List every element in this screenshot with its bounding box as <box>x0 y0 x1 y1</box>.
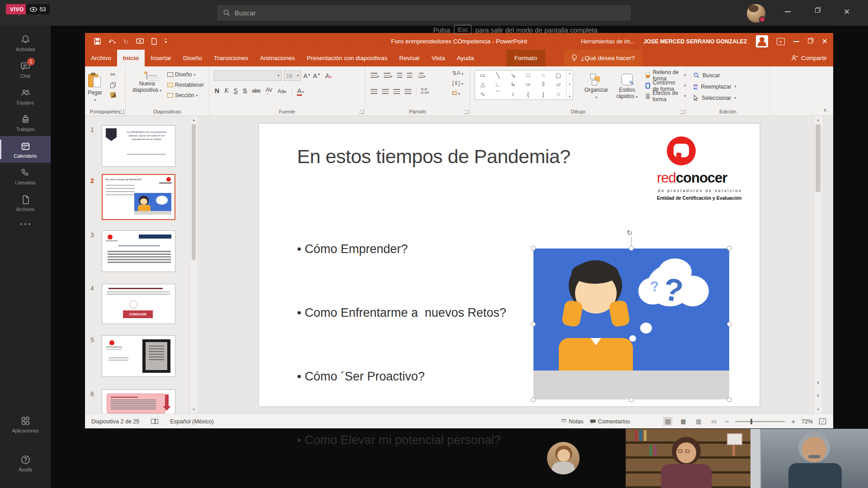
sidebar-item-aplicaciones[interactable]: Aplicaciones <box>0 411 51 437</box>
shape-right-arrow-icon[interactable]: ⇨ <box>526 81 531 88</box>
comments-button[interactable]: Comentarios <box>590 418 630 425</box>
shape-rounded-rectangle-icon[interactable]: ▢ <box>556 72 561 79</box>
slide-thumbnail-6[interactable] <box>102 389 175 413</box>
new-slide-button[interactable]: ✦ Nueva diapositiva ▾ <box>129 69 165 94</box>
shrink-font-icon[interactable]: A▼ <box>313 72 320 80</box>
new-file-icon[interactable] <box>151 38 157 45</box>
font-size-combo[interactable]: 18▾ <box>284 70 301 81</box>
section-button[interactable]: Sección▾ <box>167 92 204 99</box>
format-painter-icon[interactable] <box>110 92 116 98</box>
participant-video-tile-2[interactable] <box>750 429 868 488</box>
redo-icon[interactable]: ↻ <box>123 38 129 45</box>
scroll-down-icon[interactable]: ▼ <box>190 408 197 412</box>
copy-icon[interactable] <box>110 82 116 88</box>
drawing-dialog-launcher-icon[interactable]: ↘ <box>680 109 684 114</box>
thumbnail-scrollbar[interactable]: ▲ ▼ <box>190 116 197 413</box>
notes-button[interactable]: Notas <box>561 418 584 425</box>
align-right-icon[interactable] <box>393 89 400 94</box>
sidebar-item-calendario[interactable]: Calendario <box>0 136 51 163</box>
paste-button[interactable]: Pegar▾ <box>88 69 102 103</box>
shape-effects-button[interactable]: Efectos de forma▾ <box>646 91 686 101</box>
slide-bullet-list[interactable]: Cómo Emprender? Como Enfrentarme a nuevo… <box>297 196 506 488</box>
reset-button[interactable]: Restablecer <box>167 82 204 88</box>
save-icon[interactable] <box>94 38 101 45</box>
shape-right-brace-icon[interactable]: } <box>542 91 544 98</box>
scrollbar-thumb[interactable] <box>816 124 821 192</box>
resize-handle-s[interactable] <box>629 397 634 402</box>
tab-transiciones[interactable]: Transiciones <box>208 50 254 66</box>
teams-close-button[interactable]: ✕ <box>840 7 854 17</box>
shape-left-brace-icon[interactable]: { <box>527 91 529 98</box>
resize-handle-w[interactable] <box>531 322 536 327</box>
resize-handle-sw[interactable] <box>531 397 536 402</box>
picture-tools-label[interactable]: Herramientas de im... <box>581 38 635 45</box>
tell-me-box[interactable]: ¿Qué desea hacer? <box>564 50 642 66</box>
zoom-slider-thumb[interactable] <box>750 419 752 424</box>
layout-button[interactable]: Diseño▾ <box>167 71 204 78</box>
text-shadow-button[interactable]: S <box>243 87 247 94</box>
align-center-icon[interactable] <box>382 89 389 94</box>
tab-animaciones[interactable]: Animaciones <box>254 50 301 66</box>
proofing-icon[interactable] <box>151 419 158 424</box>
shape-elbow-arrow-icon[interactable]: ↳ <box>510 81 515 88</box>
reading-view-button[interactable]: ▥ <box>694 417 703 426</box>
shape-elbow-icon[interactable]: ∟ <box>495 81 501 88</box>
shape-outline-button[interactable]: Contorno de forma▾ <box>646 81 686 90</box>
tab-ayuda[interactable]: Ayuda <box>451 50 480 66</box>
sidebar-item-ayuda[interactable]: Ayuda <box>0 450 51 476</box>
previous-slide-button[interactable]: ⇞ <box>814 380 822 385</box>
participant-bubble[interactable] <box>547 442 580 474</box>
italic-button[interactable]: K <box>224 87 228 94</box>
fit-to-window-button[interactable]: ⤢ <box>819 418 826 424</box>
next-slide-button[interactable]: ⇟ <box>814 393 822 398</box>
more-icon[interactable] <box>0 216 51 232</box>
teams-restore-button[interactable] <box>811 6 825 14</box>
shape-star-icon[interactable]: ☆ <box>556 91 561 98</box>
participant-video-tile-1[interactable] <box>626 429 750 488</box>
qat-customize-icon[interactable]: ▾ <box>165 39 167 44</box>
increase-indent-icon[interactable] <box>407 71 412 80</box>
account-icon[interactable] <box>756 35 768 47</box>
resize-handle-se[interactable] <box>727 397 732 402</box>
grow-font-icon[interactable]: A▲ <box>303 72 311 80</box>
ppt-close-button[interactable]: ✕ <box>822 37 828 46</box>
font-dialog-launcher-icon[interactable]: ↘ <box>359 109 363 114</box>
share-button[interactable]: Compartir <box>791 50 827 66</box>
shape-arrow-icon[interactable]: ↘ <box>510 72 515 79</box>
select-button[interactable]: Seleccionar▾ <box>693 92 736 103</box>
arrange-button[interactable]: Organizar▾ <box>581 70 611 101</box>
paragraph-dialog-launcher-icon[interactable]: ↘ <box>464 109 468 114</box>
shape-fill-button[interactable]: Relleno de forma▾ <box>646 70 686 80</box>
scroll-up-icon[interactable]: ▲ <box>814 118 822 122</box>
zoom-level[interactable]: 72% <box>802 418 813 425</box>
shape-line-icon[interactable]: ╲ <box>496 72 500 79</box>
tab-diseno[interactable]: Diseño <box>177 50 208 66</box>
resize-handle-nw[interactable] <box>531 246 536 251</box>
editor-scrollbar[interactable]: ▲ ⇞ ⇟ ▼ <box>814 116 822 413</box>
sidebar-item-trabajos[interactable]: Trabajos <box>0 109 51 136</box>
clear-formatting-icon[interactable]: A <box>326 72 332 80</box>
slide-thumbnail-2[interactable]: En estos tiempos de Pandemia? <box>102 174 175 220</box>
shape-down-arrow-icon[interactable]: ⇩ <box>541 81 546 88</box>
cut-icon[interactable]: ✂ <box>110 71 116 78</box>
shape-arc-icon[interactable]: ⌒ <box>495 90 501 98</box>
start-slideshow-icon[interactable] <box>136 38 144 45</box>
slide-canvas[interactable]: En estos tiempos de Pandemia? Cómo Empre… <box>259 124 760 406</box>
shape-triangle-icon[interactable]: △ <box>481 81 485 88</box>
justify-icon[interactable] <box>405 89 411 94</box>
teams-minimize-button[interactable] <box>781 7 794 15</box>
shape-oval-icon[interactable]: ○ <box>542 72 545 79</box>
resize-handle-e[interactable] <box>727 322 732 327</box>
tab-vista[interactable]: Vista <box>426 50 451 66</box>
tab-insertar[interactable]: Insertar <box>145 50 177 66</box>
clipboard-dialog-launcher-icon[interactable]: ↘ <box>119 109 124 114</box>
slide-thumbnail-3[interactable] <box>102 230 175 272</box>
scroll-up-icon[interactable]: ▲ <box>190 118 197 122</box>
rotate-handle[interactable]: ↻ <box>627 229 632 237</box>
tab-inicio[interactable]: Inicio <box>117 50 145 66</box>
scrollbar-thumb[interactable] <box>192 124 196 260</box>
zoom-in-button[interactable]: + <box>791 418 795 425</box>
tab-archivo[interactable]: Archivo <box>85 50 117 66</box>
slideshow-view-button[interactable]: ▭ <box>709 417 718 426</box>
change-case-button[interactable]: Aa▾ <box>278 88 287 94</box>
